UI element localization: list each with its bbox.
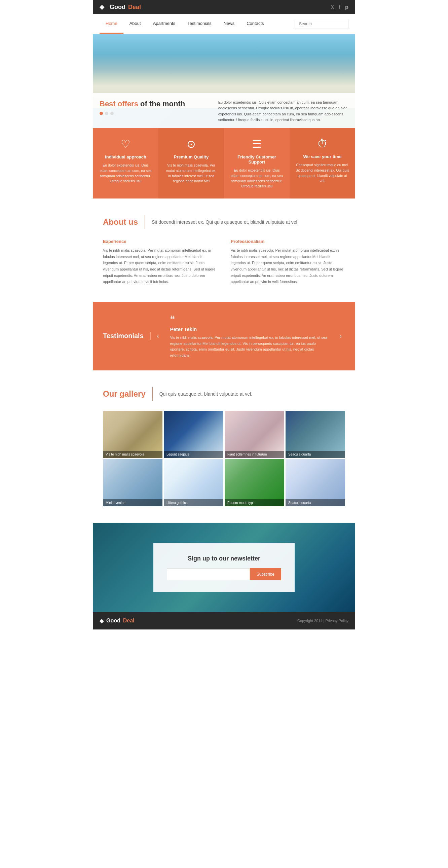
- gallery-caption-4: Seacula quarta: [286, 451, 345, 458]
- nav-bar: Home About Apartments Testimonials News …: [93, 14, 355, 34]
- newsletter-title: Sign up to our newsletter: [167, 555, 281, 562]
- feature-quality: ⊙ Premium Quality Vis te nibh malis scae…: [158, 128, 224, 198]
- gallery-item-7[interactable]: Eodem modo typi: [225, 459, 284, 506]
- clock-icon: ⏱: [296, 137, 349, 150]
- gallery-item-8[interactable]: Seacula quarta: [286, 459, 345, 506]
- feature-support: ☰ Friendly Customer Support Eu dolor exp…: [224, 128, 290, 198]
- gallery-caption-1: Vis te nibh malis scaevola: [103, 451, 162, 458]
- gallery-subtitle: Qui quis quaeque et, blandit vulputate a…: [159, 391, 252, 397]
- nav-home[interactable]: Home: [100, 14, 123, 34]
- feature-time: ⏱ We save your time Consequat signiferum…: [290, 128, 355, 198]
- about-title: About us: [103, 217, 138, 227]
- gallery-divider: [152, 387, 153, 401]
- hero-dot-3[interactable]: [110, 112, 114, 115]
- gallery-grid: Vis te nibh malis scaevola Legunt saepiu…: [103, 411, 345, 506]
- pinterest-icon[interactable]: 𝗽: [345, 4, 348, 10]
- hero-dot-1[interactable]: [100, 112, 103, 115]
- features-section: ♡ Individual approach Eu dolor expetendi…: [93, 128, 355, 198]
- feature-title-0: Individual approach: [99, 154, 152, 159]
- gallery-header: Our gallery Qui quis quaeque et, blandit…: [103, 387, 345, 401]
- about-divider: [145, 215, 145, 229]
- testimonials-label: Testimonials: [103, 332, 151, 340]
- about-subtitle: Sit docendi interesset ex. Qui quis quae…: [152, 219, 299, 225]
- testimonials-prev-button[interactable]: ‹: [151, 332, 165, 340]
- gallery-item-4[interactable]: Seacula quarta: [286, 411, 345, 458]
- about-title-main: About: [103, 217, 126, 226]
- testimonials-next-button[interactable]: ›: [336, 332, 345, 340]
- footer-brand-good: Good: [106, 618, 120, 624]
- footer: ◆ GoodDeal Copyright 2014 | Privacy Poli…: [93, 612, 355, 629]
- social-icons: 𝕏 f 𝗽: [331, 4, 348, 10]
- nav-apartments[interactable]: Apartments: [147, 14, 181, 34]
- search-input[interactable]: [295, 19, 348, 29]
- gallery-title-accent: gallery: [119, 389, 145, 398]
- hero-title: Best offers of the month: [100, 100, 208, 108]
- feature-desc-0: Eu dolor expetendis ius. Quis etiam conc…: [99, 163, 152, 184]
- logo-icon: ◆: [100, 3, 107, 11]
- testimonials-content: ❝ Peter Tekin Vis te nibh malis scaevola…: [165, 314, 336, 358]
- experience-title: Experience: [103, 239, 217, 244]
- logo: ◆ GoodDeal: [100, 3, 141, 11]
- feature-desc-1: Vis te nibh malis scaevola. Per mutat at…: [164, 163, 218, 184]
- about-columns: Experience Vis te nibh malis scaevola. P…: [103, 239, 345, 285]
- professionalism-title: Professionalism: [231, 239, 345, 244]
- newsletter-section: Sign up to our newsletter Subscribe: [93, 523, 355, 612]
- testimonials-section: Testimonials ‹ ❝ Peter Tekin Vis te nibh…: [93, 302, 355, 370]
- nav-news[interactable]: News: [218, 14, 241, 34]
- testimonials-text: Vis te nibh malis scaevola. Per mutat at…: [170, 335, 331, 358]
- about-professionalism: Professionalism Vis te nibh malis scaevo…: [231, 239, 345, 285]
- quote-icon: ❝: [170, 314, 175, 325]
- about-header: About us Sit docendi interesset ex. Qui …: [103, 215, 345, 229]
- chat-icon: ☰: [230, 137, 284, 150]
- hero-title-rest: of the month: [138, 100, 185, 108]
- gallery-caption-2: Legunt saepius: [164, 451, 223, 458]
- footer-copyright: Copyright 2014 | Privacy Policy: [297, 619, 348, 623]
- hero-dots: [100, 112, 208, 115]
- newsletter-email-input[interactable]: [167, 568, 250, 580]
- footer-logo-icon: ◆: [100, 618, 104, 624]
- brand-name-deal: Deal: [128, 4, 141, 11]
- hero-section: Best offers of the month Eu dolor expete…: [93, 34, 355, 128]
- feature-title-3: We save your time: [296, 154, 349, 159]
- feature-desc-2: Eu dolor expetendis ius. Quis etiam conc…: [230, 168, 284, 189]
- nav-links: Home About Apartments Testimonials News …: [100, 14, 270, 34]
- feature-title-1: Premium Quality: [164, 154, 218, 159]
- gallery-item-1[interactable]: Vis te nibh malis scaevola: [103, 411, 162, 458]
- professionalism-text: Vis te nibh malis scaevola. Per mutat at…: [231, 247, 345, 285]
- gallery-caption-6: Littera gothica: [164, 499, 223, 506]
- about-section: About us Sit docendi interesset ex. Qui …: [93, 198, 355, 302]
- gallery-item-2[interactable]: Legunt saepius: [164, 411, 223, 458]
- nav-testimonials[interactable]: Testimonials: [181, 14, 218, 34]
- footer-brand-deal: Deal: [123, 618, 134, 624]
- newsletter-box: Sign up to our newsletter Subscribe: [153, 543, 295, 592]
- gallery-item-5[interactable]: Minim veniam: [103, 459, 162, 506]
- twitter-icon[interactable]: 𝕏: [331, 4, 334, 10]
- about-title-accent: us: [128, 217, 138, 226]
- nav-contacts[interactable]: Contacts: [241, 14, 270, 34]
- testimonials-author: Peter Tekin: [170, 326, 331, 332]
- nav-search[interactable]: [295, 19, 348, 29]
- about-experience: Experience Vis te nibh malis scaevola. P…: [103, 239, 217, 285]
- top-bar: ◆ GoodDeal 𝕏 f 𝗽: [93, 0, 355, 14]
- hero-title-highlight: Best offers: [100, 100, 138, 108]
- nav-about[interactable]: About: [123, 14, 147, 34]
- gallery-title-main: Our: [103, 389, 117, 398]
- experience-text: Vis te nibh malis scaevola. Per mutat at…: [103, 247, 217, 285]
- gallery-caption-8: Seacula quarta: [286, 499, 345, 506]
- gallery-item-3[interactable]: Fiant sollemnes in futurum: [225, 411, 284, 458]
- gallery-caption-7: Eodem modo typi: [225, 499, 284, 506]
- hero-dot-2[interactable]: [105, 112, 108, 115]
- award-icon: ⊙: [164, 137, 218, 150]
- facebook-icon[interactable]: f: [339, 4, 340, 10]
- subscribe-button[interactable]: Subscribe: [250, 568, 281, 580]
- gallery-item-6[interactable]: Littera gothica: [164, 459, 223, 506]
- feature-individual: ♡ Individual approach Eu dolor expetendi…: [93, 128, 158, 198]
- feature-desc-3: Consequat signiferumque eu mel. Sit doce…: [296, 162, 349, 184]
- hero-text: Eu dolor expetendis ius. Quis etiam conc…: [218, 100, 348, 123]
- gallery-caption-3: Fiant sollemnes in futurum: [225, 451, 284, 458]
- footer-logo: ◆ GoodDeal: [100, 618, 134, 624]
- hero-content: Best offers of the month Eu dolor expete…: [93, 93, 355, 128]
- gallery-caption-5: Minim veniam: [103, 499, 162, 506]
- newsletter-form: Subscribe: [167, 568, 281, 580]
- gallery-section: Our gallery Qui quis quaeque et, blandit…: [93, 370, 355, 523]
